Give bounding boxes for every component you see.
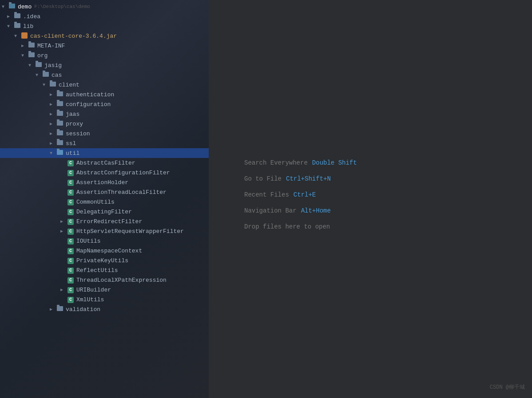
client-label: client xyxy=(59,82,79,88)
meta-arrow: ▶ xyxy=(21,43,27,48)
tree-item-jasig[interactable]: ▼ jasig xyxy=(0,60,209,70)
right-panel: Search Everywhere Double Shift Go to Fil… xyxy=(209,0,532,398)
hint-search-label: Search Everywhere xyxy=(244,159,308,166)
df-class-icon: C xyxy=(67,208,75,215)
org-arrow: ▼ xyxy=(21,53,27,58)
lib-label: lib xyxy=(23,23,33,30)
tree-item-session[interactable]: ▶ session xyxy=(0,129,209,138)
client-folder-icon xyxy=(50,81,57,88)
watermark: CSDN @柳千城 xyxy=(490,383,525,391)
root-arrow: ▼ xyxy=(2,4,7,9)
urib-arrow: ▶ xyxy=(60,287,66,292)
cas-label: cas xyxy=(52,72,62,79)
tree-item-AssertionHolder[interactable]: ▶ C AssertionHolder xyxy=(0,177,209,187)
config-arrow: ▶ xyxy=(50,102,55,107)
tree-item-jar[interactable]: ▼ cas-client-core-3.6.4.jar xyxy=(0,31,209,41)
erf-arrow: ▶ xyxy=(60,219,66,224)
session-label: session xyxy=(66,130,90,137)
tree-item-IOUtils[interactable]: ▶ C IOUtils xyxy=(0,236,209,246)
tree-item-client[interactable]: ▼ client xyxy=(0,80,209,90)
hint-recent-files: Recent Files Ctrl+E xyxy=(244,191,357,198)
ru-label: ReflectUtils xyxy=(76,267,118,274)
tree-item-validation[interactable]: ▶ validation xyxy=(0,304,209,314)
tree-item-ssl[interactable]: ▶ ssl xyxy=(0,138,209,148)
tree-root[interactable]: ▼ demo F:\Desktop\cas\demo xyxy=(0,2,209,12)
hint-goto-label: Go to File xyxy=(244,175,282,182)
session-folder-icon xyxy=(57,130,64,137)
tree-item-HttpServletRequestWrapperFilter[interactable]: ▶ C HttpServletRequestWrapperFilter xyxy=(0,226,209,236)
hint-search-shortcut: Double Shift xyxy=(312,159,357,166)
cas-folder-icon xyxy=(43,71,50,79)
tree-item-jaas[interactable]: ▶ jaas xyxy=(0,109,209,119)
hint-list: Search Everywhere Double Shift Go to Fil… xyxy=(244,159,357,239)
mnc-label: MapNamespaceContext xyxy=(76,248,142,254)
tree-item-XmlUtils[interactable]: ▶ C XmlUtils xyxy=(0,295,209,304)
org-folder-icon xyxy=(28,52,36,59)
tree-item-DelegatingFilter[interactable]: ▶ C DelegatingFilter xyxy=(0,207,209,217)
tree-item-PrivateKeyUtils[interactable]: ▶ C PrivateKeyUtils xyxy=(0,256,209,265)
tree-item-MapNamespaceContext[interactable]: ▶ C MapNamespaceContext xyxy=(0,246,209,256)
tree-item-org[interactable]: ▼ org xyxy=(0,51,209,60)
jaas-label: jaas xyxy=(66,111,79,118)
tree-item-ThreadLocalXPathExpression[interactable]: ▶ C ThreadLocalXPathExpression xyxy=(0,275,209,285)
hint-nav-bar: Navigation Bar Alt+Home xyxy=(244,207,357,214)
tree-item-AbstractConfigurationFilter[interactable]: ▶ C AbstractConfigurationFilter xyxy=(0,168,209,177)
idea-folder-icon xyxy=(14,13,21,20)
jasig-label: jasig xyxy=(44,62,62,69)
hint-recent-label: Recent Files xyxy=(244,191,289,198)
tree-item-cas[interactable]: ▼ cas xyxy=(0,70,209,80)
tree-item-proxy[interactable]: ▶ proxy xyxy=(0,119,209,129)
atlf-label: AssertionThreadLocalFilter xyxy=(76,189,167,196)
jasig-folder-icon xyxy=(36,62,43,69)
tree-item-AbstractCasFilter[interactable]: ▶ C AbstractCasFilter xyxy=(0,158,209,168)
lib-arrow: ▼ xyxy=(7,24,12,29)
ssl-arrow: ▶ xyxy=(50,141,55,146)
meta-label: META-INF xyxy=(37,43,65,49)
config-label: configuration xyxy=(66,101,111,108)
acf-class-icon: C xyxy=(67,159,75,166)
root-path: F:\Desktop\cas\demo xyxy=(34,4,90,9)
tree-item-ReflectUtils[interactable]: ▶ C ReflectUtils xyxy=(0,265,209,275)
auth-arrow: ▶ xyxy=(50,92,55,97)
tree-item-authentication[interactable]: ▶ authentication xyxy=(0,90,209,99)
cu-class-icon: C xyxy=(67,198,75,205)
hsrwf-arrow: ▶ xyxy=(60,229,66,234)
hint-recent-shortcut: Ctrl+E xyxy=(294,191,316,198)
acof-label: AbstractConfigurationFilter xyxy=(76,169,170,176)
lib-folder-icon xyxy=(14,23,21,30)
root-folder-icon xyxy=(9,3,16,10)
xu-class-icon: C xyxy=(67,296,75,303)
urib-label: URIBuilder xyxy=(76,287,111,293)
acof-class-icon: C xyxy=(67,169,75,176)
ssl-folder-icon xyxy=(57,140,64,147)
cas-arrow: ▼ xyxy=(36,73,41,78)
tree-item-idea[interactable]: ▶ .idea xyxy=(0,12,209,21)
jasig-arrow: ▼ xyxy=(28,63,34,68)
util-label: util xyxy=(66,150,79,157)
meta-folder-icon xyxy=(28,42,36,49)
ssl-label: ssl xyxy=(66,140,76,147)
hint-nav-shortcut: Alt+Home xyxy=(301,207,331,214)
jaas-arrow: ▶ xyxy=(50,111,55,117)
file-tree-content: ▼ demo F:\Desktop\cas\demo ▶ .idea ▼ lib… xyxy=(0,0,209,316)
ru-class-icon: C xyxy=(67,267,75,274)
tree-item-lib[interactable]: ▼ lib xyxy=(0,21,209,31)
tree-item-CommonUtils[interactable]: ▶ C CommonUtils xyxy=(0,197,209,207)
client-arrow: ▼ xyxy=(43,83,48,87)
val-arrow: ▶ xyxy=(50,307,55,312)
tree-item-meta-inf[interactable]: ▶ META-INF xyxy=(0,41,209,51)
pku-label: PrivateKeyUtils xyxy=(76,257,128,264)
cu-label: CommonUtils xyxy=(76,199,115,205)
tree-item-configuration[interactable]: ▶ configuration xyxy=(0,99,209,109)
hint-drop-files: Drop files here to open xyxy=(244,223,357,230)
acf-label: AbstractCasFilter xyxy=(76,160,135,166)
tree-item-util[interactable]: ▼ util xyxy=(0,148,209,158)
hint-search-everywhere: Search Everywhere Double Shift xyxy=(244,159,357,166)
proxy-label: proxy xyxy=(66,121,83,127)
tree-item-URIBuilder[interactable]: ▶ C URIBuilder xyxy=(0,285,209,295)
tree-item-ErrorRedirectFilter[interactable]: ▶ C ErrorRedirectFilter xyxy=(0,217,209,226)
urib-class-icon: C xyxy=(67,286,75,293)
config-folder-icon xyxy=(57,101,64,108)
tree-item-AssertionThreadLocalFilter[interactable]: ▶ C AssertionThreadLocalFilter xyxy=(0,187,209,197)
ah-label: AssertionHolder xyxy=(76,179,128,186)
